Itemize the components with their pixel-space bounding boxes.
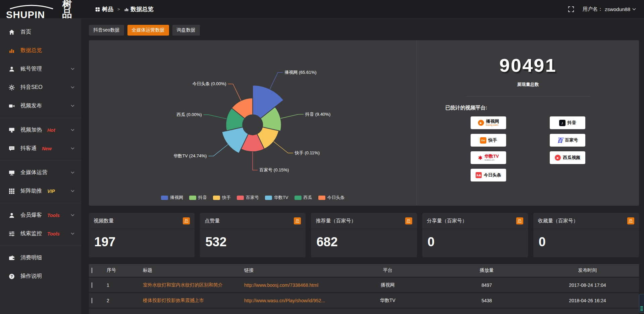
cell-platform: 播视网 <box>338 282 437 288</box>
legend-item-百家号[interactable]: 百家号 <box>237 195 259 201</box>
chevron-down-icon <box>71 129 74 131</box>
videos-table: 序号标题链接平台播放量发布时间1室外水纹灯和室内水纹灯的区别和简介http://… <box>89 264 639 314</box>
service-float-widget[interactable] <box>639 294 644 313</box>
sidebar-item[interactable]: 账号管理 <box>0 60 81 78</box>
sidebar-item[interactable]: 数据总览 <box>0 41 81 60</box>
stat-card-header: 推荐量（百家号）总 <box>311 213 417 229</box>
tab-全媒体运营数据[interactable]: 全媒体运营数据 <box>127 25 169 36</box>
sidebar-item[interactable]: 会员爆客Tools <box>0 206 81 224</box>
table-row <box>89 309 639 314</box>
platform-badge-华数TV: ✱华数TVwasu.cn <box>471 151 506 164</box>
stat-card-value: 532 <box>200 229 306 257</box>
sidebar-item[interactable]: 线索监控Tools <box>0 224 81 243</box>
sidebar-item[interactable]: 首页 <box>0 23 81 41</box>
stat-cards: 视频数量总197点赞量总532推荐量（百家号）总682分享量（百家号）总0收藏量… <box>89 213 639 257</box>
sidebar-item-label: 视频加热 <box>20 126 42 134</box>
sidebar-divider <box>0 160 81 161</box>
sidebar-item[interactable]: 消费明细 <box>0 249 81 267</box>
stat-card: 推荐量（百家号）总682 <box>311 213 417 257</box>
cell-title[interactable]: 室外水纹灯和室内水纹灯的区别和简介 <box>140 282 241 288</box>
legend-item-西瓜[interactable]: 西瓜 <box>294 195 312 201</box>
legend-item-快手[interactable]: 快手 <box>213 195 231 201</box>
pie-label-line <box>281 114 304 118</box>
legend-label: 播视网 <box>170 195 183 201</box>
sidebar-item[interactable]: ?操作说明 <box>0 267 81 285</box>
sliders-icon <box>9 231 15 237</box>
rose-pie-chart: 播视网 (65.61%)抖音 (9.40%)快手 (0.11%)百家号 (0.1… <box>89 40 417 190</box>
platform-column: ▶播视网boosj.comOo快手✱华数TVwasu.cn头条今日头条 <box>471 116 506 181</box>
header-cell-time: 发布时间 <box>536 267 639 273</box>
sidebar-item-label: 抖音SEO <box>20 84 43 91</box>
chevron-down-icon <box>71 214 74 216</box>
platform-badge-label: 今日头条 <box>484 173 501 177</box>
tab-询盘数据[interactable]: 询盘数据 <box>172 25 200 36</box>
page-layout: 首页数据总览账号管理抖音SEO视频发布视频加热Hot抖客通New全媒体运营矩阵助… <box>0 19 644 314</box>
pie-label: 播视网 (65.61%) <box>284 70 316 75</box>
data-tabs: 抖音seo数据全媒体运营数据询盘数据 <box>89 25 639 36</box>
header-select <box>89 268 104 273</box>
chevron-down-icon <box>71 232 74 235</box>
legend-item-今日头条[interactable]: 今日头条 <box>318 195 345 201</box>
platform-badge-label: 抖音 <box>568 120 576 125</box>
row-checkbox[interactable] <box>92 282 92 288</box>
platform-badge-label: 百家号 <box>565 138 578 143</box>
sidebar-item[interactable]: 抖音SEO <box>0 78 81 97</box>
sidebar-item-label: 会员爆客 <box>20 212 42 219</box>
pie-label-line <box>208 145 228 156</box>
wasu-logo-icon: ✱ <box>478 155 482 161</box>
chevron-down-icon <box>71 105 74 107</box>
sidebar-item[interactable]: 视频加热Hot <box>0 121 81 139</box>
row-checkbox[interactable] <box>92 298 92 303</box>
header-cell-index: 序号 <box>104 267 140 273</box>
cell-plays: 5438 <box>437 298 536 303</box>
platform-badge-text: 快手 <box>488 138 497 143</box>
breadcrumb: 树品 > 数据总览 <box>95 5 154 13</box>
username-menu[interactable]: 用户名：zswodun88 <box>583 6 636 12</box>
legend-item-播视网[interactable]: 播视网 <box>161 195 183 201</box>
boosj-logo-icon: ▶ <box>478 120 484 126</box>
breadcrumb-separator: > <box>117 7 120 12</box>
legend-item-抖音[interactable]: 抖音 <box>189 195 207 201</box>
brand-logo[interactable]: SHUPIN 树品 <box>0 0 81 19</box>
legend-swatch <box>161 196 168 200</box>
stat-card-header: 点赞量总 <box>200 213 306 229</box>
sidebar-item[interactable]: 全媒体运营 <box>0 163 81 182</box>
cell-select <box>89 282 104 288</box>
stat-card-label: 收藏量（百家号） <box>538 218 578 224</box>
chart-icon <box>9 48 15 54</box>
header-cell-link: 链接 <box>241 267 338 273</box>
pie-label: 快手 (0.11%) <box>294 150 320 155</box>
total-badge: 总 <box>405 217 412 224</box>
total-badge: 总 <box>627 217 634 224</box>
stat-card-value: 682 <box>311 229 417 257</box>
sidebar-item-label: 全媒体运营 <box>20 169 47 176</box>
tab-抖音seo数据[interactable]: 抖音seo数据 <box>89 25 124 36</box>
pie-label: 百家号 (0.15%) <box>259 167 289 172</box>
breadcrumb-root[interactable]: 树品 <box>102 5 113 13</box>
chevron-down-icon <box>71 171 74 174</box>
brand-logo-arc-icon: SHUPIN <box>5 5 60 19</box>
sidebar-item-label: 抖客通 <box>20 145 37 152</box>
wallet-icon <box>9 255 15 261</box>
cell-link[interactable]: http://www.wasu.cn/Play/show/id/952... <box>241 298 338 303</box>
pie-label-line <box>228 84 241 101</box>
sidebar-item[interactable]: 视频发布 <box>0 97 81 115</box>
sidebar-item[interactable]: 矩阵助推VIP <box>0 182 81 200</box>
platform-badge-text: 百家号 <box>565 138 578 143</box>
screen-icon <box>9 127 15 133</box>
platform-badge-今日头条: 头条今日头条 <box>471 169 506 181</box>
bar-chart-icon <box>124 7 129 12</box>
sidebar-item[interactable]: 抖客通New <box>0 139 81 158</box>
legend-item-华数TV[interactable]: 华数TV <box>265 195 288 201</box>
cell-time: 2017-08-24 17:04 <box>536 282 639 288</box>
summary-area: 90491 展现量总数 已统计的视频平台: ▶播视网boosj.comOo快手✱… <box>417 40 639 206</box>
cell-title[interactable]: 楼体投影灯投影效果震撼上市 <box>140 298 241 304</box>
platforms-title: 已统计的视频平台: <box>445 105 639 111</box>
platform-badge-播视网: ▶播视网boosj.com <box>471 116 506 129</box>
select-all-checkbox[interactable] <box>92 268 92 273</box>
cell-link[interactable]: http://www.boosj.com/7338468.html <box>241 282 338 288</box>
platform-badges: ▶播视网boosj.comOo快手✱华数TVwasu.cn头条今日头条♪抖音百百… <box>417 116 639 181</box>
fullscreen-icon[interactable] <box>568 6 574 12</box>
monitor-icon <box>9 170 15 176</box>
total-impressions-value: 90491 <box>417 54 639 76</box>
